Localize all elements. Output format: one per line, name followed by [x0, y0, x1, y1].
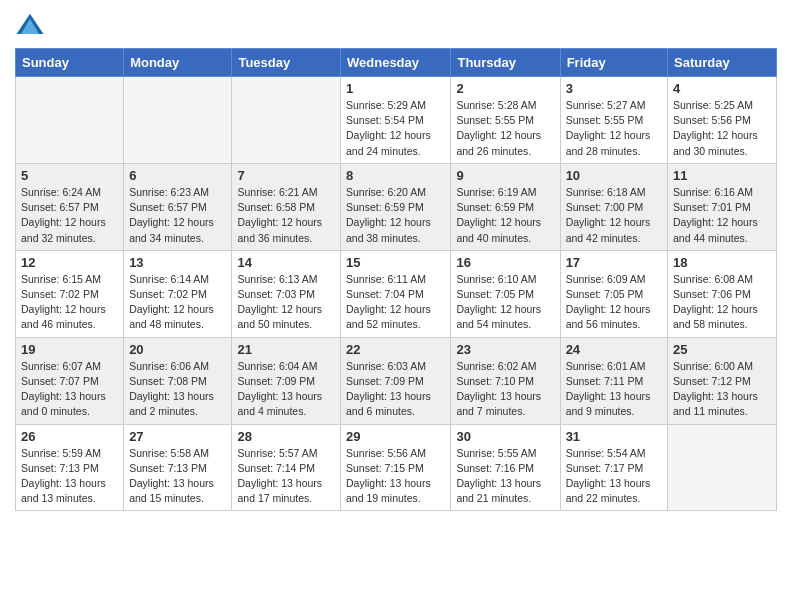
- calendar-cell: 1Sunrise: 5:29 AM Sunset: 5:54 PM Daylig…: [341, 77, 451, 164]
- calendar-cell: 20Sunrise: 6:06 AM Sunset: 7:08 PM Dayli…: [124, 337, 232, 424]
- calendar-cell: [16, 77, 124, 164]
- day-number: 7: [237, 168, 335, 183]
- day-info: Sunrise: 5:25 AM Sunset: 5:56 PM Dayligh…: [673, 98, 771, 159]
- day-number: 22: [346, 342, 445, 357]
- calendar-cell: 7Sunrise: 6:21 AM Sunset: 6:58 PM Daylig…: [232, 163, 341, 250]
- calendar-week-row: 5Sunrise: 6:24 AM Sunset: 6:57 PM Daylig…: [16, 163, 777, 250]
- calendar-table: SundayMondayTuesdayWednesdayThursdayFrid…: [15, 48, 777, 511]
- day-info: Sunrise: 6:08 AM Sunset: 7:06 PM Dayligh…: [673, 272, 771, 333]
- calendar-cell: 3Sunrise: 5:27 AM Sunset: 5:55 PM Daylig…: [560, 77, 667, 164]
- day-info: Sunrise: 5:56 AM Sunset: 7:15 PM Dayligh…: [346, 446, 445, 507]
- day-info: Sunrise: 6:09 AM Sunset: 7:05 PM Dayligh…: [566, 272, 662, 333]
- calendar-header-row: SundayMondayTuesdayWednesdayThursdayFrid…: [16, 49, 777, 77]
- calendar-cell: 9Sunrise: 6:19 AM Sunset: 6:59 PM Daylig…: [451, 163, 560, 250]
- day-number: 19: [21, 342, 118, 357]
- day-number: 6: [129, 168, 226, 183]
- header-friday: Friday: [560, 49, 667, 77]
- day-number: 20: [129, 342, 226, 357]
- day-number: 18: [673, 255, 771, 270]
- day-number: 1: [346, 81, 445, 96]
- day-number: 11: [673, 168, 771, 183]
- day-info: Sunrise: 5:58 AM Sunset: 7:13 PM Dayligh…: [129, 446, 226, 507]
- day-info: Sunrise: 5:27 AM Sunset: 5:55 PM Dayligh…: [566, 98, 662, 159]
- day-number: 12: [21, 255, 118, 270]
- day-number: 28: [237, 429, 335, 444]
- day-info: Sunrise: 6:04 AM Sunset: 7:09 PM Dayligh…: [237, 359, 335, 420]
- day-number: 9: [456, 168, 554, 183]
- day-info: Sunrise: 5:57 AM Sunset: 7:14 PM Dayligh…: [237, 446, 335, 507]
- calendar-cell: 15Sunrise: 6:11 AM Sunset: 7:04 PM Dayli…: [341, 250, 451, 337]
- calendar-cell: 8Sunrise: 6:20 AM Sunset: 6:59 PM Daylig…: [341, 163, 451, 250]
- day-number: 13: [129, 255, 226, 270]
- day-info: Sunrise: 5:59 AM Sunset: 7:13 PM Dayligh…: [21, 446, 118, 507]
- calendar-cell: 11Sunrise: 6:16 AM Sunset: 7:01 PM Dayli…: [668, 163, 777, 250]
- day-info: Sunrise: 6:19 AM Sunset: 6:59 PM Dayligh…: [456, 185, 554, 246]
- day-number: 4: [673, 81, 771, 96]
- calendar-cell: 25Sunrise: 6:00 AM Sunset: 7:12 PM Dayli…: [668, 337, 777, 424]
- day-number: 25: [673, 342, 771, 357]
- calendar-cell: 19Sunrise: 6:07 AM Sunset: 7:07 PM Dayli…: [16, 337, 124, 424]
- day-number: 26: [21, 429, 118, 444]
- day-number: 16: [456, 255, 554, 270]
- calendar-cell: 17Sunrise: 6:09 AM Sunset: 7:05 PM Dayli…: [560, 250, 667, 337]
- day-info: Sunrise: 6:07 AM Sunset: 7:07 PM Dayligh…: [21, 359, 118, 420]
- calendar-week-row: 26Sunrise: 5:59 AM Sunset: 7:13 PM Dayli…: [16, 424, 777, 511]
- calendar-cell: 27Sunrise: 5:58 AM Sunset: 7:13 PM Dayli…: [124, 424, 232, 511]
- day-number: 3: [566, 81, 662, 96]
- day-info: Sunrise: 6:11 AM Sunset: 7:04 PM Dayligh…: [346, 272, 445, 333]
- calendar-cell: 14Sunrise: 6:13 AM Sunset: 7:03 PM Dayli…: [232, 250, 341, 337]
- day-info: Sunrise: 6:18 AM Sunset: 7:00 PM Dayligh…: [566, 185, 662, 246]
- calendar-cell: [668, 424, 777, 511]
- day-number: 23: [456, 342, 554, 357]
- day-number: 29: [346, 429, 445, 444]
- calendar-cell: 24Sunrise: 6:01 AM Sunset: 7:11 PM Dayli…: [560, 337, 667, 424]
- calendar-cell: 10Sunrise: 6:18 AM Sunset: 7:00 PM Dayli…: [560, 163, 667, 250]
- day-number: 17: [566, 255, 662, 270]
- day-info: Sunrise: 6:03 AM Sunset: 7:09 PM Dayligh…: [346, 359, 445, 420]
- day-info: Sunrise: 6:15 AM Sunset: 7:02 PM Dayligh…: [21, 272, 118, 333]
- day-info: Sunrise: 6:01 AM Sunset: 7:11 PM Dayligh…: [566, 359, 662, 420]
- header-wednesday: Wednesday: [341, 49, 451, 77]
- calendar-cell: 26Sunrise: 5:59 AM Sunset: 7:13 PM Dayli…: [16, 424, 124, 511]
- day-info: Sunrise: 6:10 AM Sunset: 7:05 PM Dayligh…: [456, 272, 554, 333]
- calendar-cell: 22Sunrise: 6:03 AM Sunset: 7:09 PM Dayli…: [341, 337, 451, 424]
- day-number: 2: [456, 81, 554, 96]
- day-info: Sunrise: 6:21 AM Sunset: 6:58 PM Dayligh…: [237, 185, 335, 246]
- calendar-cell: 4Sunrise: 5:25 AM Sunset: 5:56 PM Daylig…: [668, 77, 777, 164]
- calendar-cell: 18Sunrise: 6:08 AM Sunset: 7:06 PM Dayli…: [668, 250, 777, 337]
- calendar-cell: 30Sunrise: 5:55 AM Sunset: 7:16 PM Dayli…: [451, 424, 560, 511]
- day-info: Sunrise: 5:54 AM Sunset: 7:17 PM Dayligh…: [566, 446, 662, 507]
- day-info: Sunrise: 6:02 AM Sunset: 7:10 PM Dayligh…: [456, 359, 554, 420]
- logo-icon: [15, 10, 45, 40]
- day-info: Sunrise: 5:28 AM Sunset: 5:55 PM Dayligh…: [456, 98, 554, 159]
- calendar-cell: [232, 77, 341, 164]
- calendar-cell: 5Sunrise: 6:24 AM Sunset: 6:57 PM Daylig…: [16, 163, 124, 250]
- calendar-cell: 6Sunrise: 6:23 AM Sunset: 6:57 PM Daylig…: [124, 163, 232, 250]
- day-number: 8: [346, 168, 445, 183]
- day-number: 21: [237, 342, 335, 357]
- calendar-cell: 13Sunrise: 6:14 AM Sunset: 7:02 PM Dayli…: [124, 250, 232, 337]
- day-number: 24: [566, 342, 662, 357]
- header-tuesday: Tuesday: [232, 49, 341, 77]
- calendar-week-row: 19Sunrise: 6:07 AM Sunset: 7:07 PM Dayli…: [16, 337, 777, 424]
- page-header: [15, 10, 777, 40]
- day-number: 5: [21, 168, 118, 183]
- day-info: Sunrise: 6:00 AM Sunset: 7:12 PM Dayligh…: [673, 359, 771, 420]
- calendar-cell: 16Sunrise: 6:10 AM Sunset: 7:05 PM Dayli…: [451, 250, 560, 337]
- day-number: 30: [456, 429, 554, 444]
- calendar-cell: 21Sunrise: 6:04 AM Sunset: 7:09 PM Dayli…: [232, 337, 341, 424]
- calendar-cell: 29Sunrise: 5:56 AM Sunset: 7:15 PM Dayli…: [341, 424, 451, 511]
- day-info: Sunrise: 6:23 AM Sunset: 6:57 PM Dayligh…: [129, 185, 226, 246]
- day-info: Sunrise: 5:55 AM Sunset: 7:16 PM Dayligh…: [456, 446, 554, 507]
- day-number: 31: [566, 429, 662, 444]
- calendar-cell: 12Sunrise: 6:15 AM Sunset: 7:02 PM Dayli…: [16, 250, 124, 337]
- logo: [15, 10, 47, 40]
- day-info: Sunrise: 6:13 AM Sunset: 7:03 PM Dayligh…: [237, 272, 335, 333]
- header-monday: Monday: [124, 49, 232, 77]
- calendar-cell: 31Sunrise: 5:54 AM Sunset: 7:17 PM Dayli…: [560, 424, 667, 511]
- day-info: Sunrise: 6:16 AM Sunset: 7:01 PM Dayligh…: [673, 185, 771, 246]
- calendar-cell: 28Sunrise: 5:57 AM Sunset: 7:14 PM Dayli…: [232, 424, 341, 511]
- day-number: 10: [566, 168, 662, 183]
- calendar-week-row: 12Sunrise: 6:15 AM Sunset: 7:02 PM Dayli…: [16, 250, 777, 337]
- calendar-cell: 23Sunrise: 6:02 AM Sunset: 7:10 PM Dayli…: [451, 337, 560, 424]
